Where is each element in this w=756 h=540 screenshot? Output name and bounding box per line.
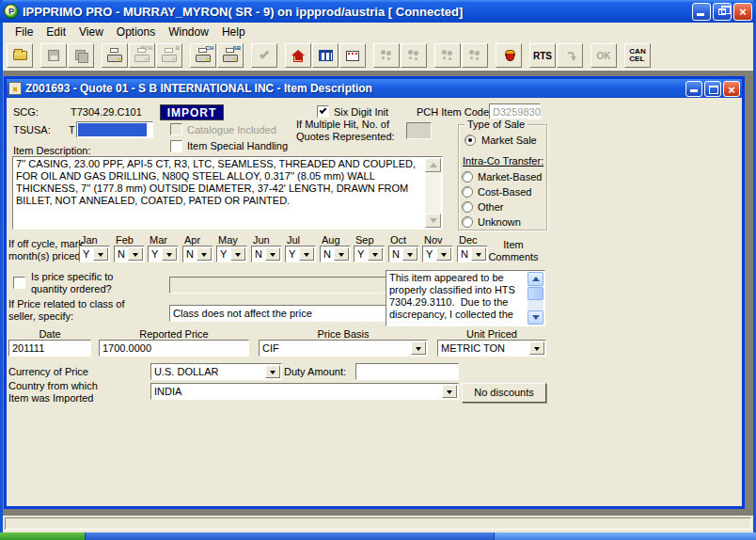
dropdown-button[interactable] [265, 365, 280, 378]
other-radio[interactable] [462, 201, 473, 213]
quote-close-button[interactable]: × [723, 81, 740, 97]
price-basis-combo[interactable]: CIF [259, 340, 428, 357]
scroll-down-button[interactable] [528, 310, 543, 325]
dropdown-button[interactable] [368, 247, 383, 261]
scroll-up-button[interactable] [425, 158, 441, 172]
qty-label-2: quantity ordered? [31, 283, 112, 294]
minimize-button[interactable] [692, 3, 711, 21]
start-button-fragment[interactable] [0, 532, 85, 540]
rts-button[interactable]: RTS [529, 43, 556, 68]
month-combo-nov[interactable]: Y [422, 246, 453, 262]
close-button[interactable]: × [733, 3, 752, 21]
cost-based-label: Cost-Based [478, 186, 531, 198]
qty-specific-checkbox[interactable] [13, 277, 25, 289]
dropdown-button[interactable] [442, 385, 457, 398]
dropdown-button[interactable] [334, 247, 349, 261]
item-comments-textarea[interactable]: This item appeared to be properly classi… [386, 270, 545, 326]
menu-view[interactable]: View [72, 24, 110, 40]
taskbar-button-fragment-2[interactable] [494, 532, 756, 540]
cost-based-radio[interactable] [462, 186, 473, 198]
market-based-radio[interactable] [462, 171, 473, 183]
open-button[interactable] [7, 43, 33, 68]
import-badge: IMPORT [160, 104, 224, 120]
tsusa-input[interactable] [76, 121, 153, 138]
menu-options[interactable]: Options [110, 24, 162, 40]
unknown-radio[interactable] [462, 216, 473, 228]
class-field[interactable]: Class does not affect the price [169, 305, 389, 322]
open-folder-icon [13, 51, 27, 60]
print-button[interactable] [102, 43, 128, 68]
item-description-textarea[interactable]: 7'' CASING, 23.00 PPF, API-5 CT, R3, LTC… [12, 156, 443, 230]
quote-titlebar[interactable]: Z001693 - Quote 01 - S B INTERNATIONAL I… [7, 79, 742, 98]
dropdown-button[interactable] [93, 247, 108, 261]
print-sb-icon [223, 51, 238, 62]
month-combo-jul[interactable]: Y [285, 246, 316, 262]
home-button[interactable] [285, 43, 311, 68]
dropdown-button[interactable] [265, 247, 280, 261]
currency-combo[interactable]: U.S. DOLLAR [150, 363, 282, 380]
chevron-down-icon [447, 390, 452, 397]
month-combo-feb[interactable]: N [114, 246, 145, 262]
form-button[interactable] [339, 43, 366, 68]
menu-file[interactable]: File [8, 24, 39, 40]
quote-close-icon: × [724, 82, 739, 96]
scroll-down-button[interactable] [425, 214, 441, 228]
month-value: Y [83, 247, 89, 261]
month-combo-mar[interactable]: Y [148, 246, 179, 262]
month-combo-jun[interactable]: N [251, 246, 282, 262]
print-ch-button[interactable]: CH [190, 43, 216, 68]
quote-maximize-button[interactable] [704, 81, 721, 97]
dropdown-button[interactable] [197, 247, 212, 261]
acorn-button[interactable] [496, 43, 522, 68]
duty-amount-field[interactable] [355, 363, 459, 380]
comments-scrollbar[interactable] [528, 272, 543, 325]
month-combo-apr[interactable]: N [182, 246, 213, 262]
menu-help[interactable]: Help [215, 24, 252, 40]
cancel-button[interactable]: CANCEL [624, 43, 651, 68]
arrow-up-icon [532, 273, 540, 281]
market-sale-radio[interactable] [465, 135, 476, 146]
special-handling-checkbox[interactable] [170, 140, 182, 152]
dropdown-button[interactable] [162, 247, 177, 261]
month-combo-sep[interactable]: Y [354, 246, 385, 262]
quote-window-icon [8, 82, 22, 95]
scroll-up-button[interactable] [528, 272, 543, 286]
grid-button[interactable] [312, 43, 339, 68]
reported-price-field[interactable]: 1700.0000 [99, 340, 249, 357]
dropdown-button[interactable] [529, 341, 544, 355]
dropdown-button[interactable] [230, 247, 245, 261]
scrollbar-thumb[interactable] [528, 287, 543, 300]
month-combo-oct[interactable]: N [388, 246, 419, 262]
menu-edit[interactable]: Edit [39, 24, 72, 40]
chevron-down-icon [201, 253, 207, 260]
taskbar-button-fragment[interactable] [85, 532, 494, 540]
six-digit-checkbox[interactable] [317, 105, 329, 118]
pch-item-code-label: PCH Item Code: [417, 106, 492, 118]
menu-window[interactable]: Window [162, 24, 215, 40]
dropdown-button[interactable] [128, 247, 143, 261]
chevron-down-icon [372, 253, 378, 260]
month-may: MayY [216, 234, 250, 262]
quote-minimize-button[interactable] [685, 81, 702, 97]
description-scrollbar[interactable] [425, 158, 441, 228]
month-combo-jan[interactable]: Y [79, 246, 110, 262]
restore-button[interactable] [713, 3, 732, 21]
dropdown-button[interactable] [299, 247, 314, 261]
dropdown-button[interactable] [402, 247, 417, 261]
print-sb-button[interactable]: SB [217, 43, 244, 68]
month-combo-aug[interactable]: N [320, 246, 351, 262]
date-field[interactable]: 201111 [8, 340, 91, 357]
off-cycle-label-1: If off cycle, mark [8, 238, 84, 249]
minimize-icon [697, 13, 704, 16]
no-discounts-button[interactable]: No discounts [462, 383, 546, 403]
month-combo-may[interactable]: Y [216, 246, 247, 262]
unit-priced-combo[interactable]: METRIC TON [437, 340, 546, 357]
main-titlebar[interactable]: P IPPPRIMO PRO - MURRAY_MYRON( SR - 9) o… [0, 0, 756, 23]
screen: P IPPPRIMO PRO - MURRAY_MYRON( SR - 9) o… [0, 0, 756, 540]
print-b-icon [162, 51, 177, 62]
redo-arrow-icon [566, 52, 575, 60]
dropdown-button[interactable] [436, 247, 451, 261]
country-combo[interactable]: INDIA [150, 383, 459, 400]
dropdown-button[interactable] [411, 341, 426, 355]
house-icon [291, 50, 305, 62]
